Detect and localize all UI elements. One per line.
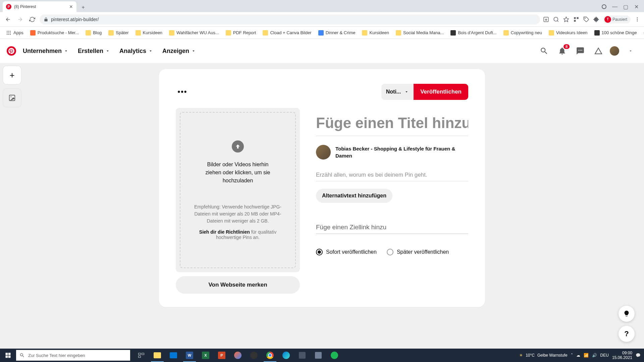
search-icon[interactable] bbox=[537, 44, 551, 58]
weather-widget[interactable]: ☀ 10°C Gelbe Warnstufe bbox=[519, 353, 567, 358]
more-options-button[interactable]: ••• bbox=[176, 85, 189, 99]
bookmark-item[interactable]: Kursideen bbox=[359, 29, 392, 37]
back-icon[interactable] bbox=[3, 15, 13, 24]
tips-button[interactable] bbox=[619, 306, 635, 322]
messages-icon[interactable] bbox=[574, 44, 587, 58]
bookmark-icon bbox=[450, 30, 456, 36]
pin-description-input[interactable] bbox=[316, 169, 468, 181]
destination-link-input[interactable] bbox=[316, 221, 468, 234]
nav-erstellen[interactable]: Erstellen bbox=[75, 44, 113, 58]
maximize-icon[interactable]: ▢ bbox=[623, 4, 628, 9]
bookmark-item[interactable]: Videokurs Ideen bbox=[546, 29, 590, 37]
powerpoint-icon[interactable]: P bbox=[214, 349, 229, 362]
star-icon[interactable] bbox=[563, 16, 570, 23]
shopping-icon[interactable] bbox=[583, 16, 590, 23]
menu-icon[interactable] bbox=[634, 16, 641, 23]
qr-icon[interactable] bbox=[573, 16, 580, 23]
volume-icon[interactable]: 🔊 bbox=[592, 353, 597, 358]
pinterest-logo[interactable] bbox=[7, 46, 16, 56]
mail-icon[interactable] bbox=[166, 349, 181, 362]
chevron-down-icon bbox=[105, 49, 110, 53]
author-avatar[interactable] bbox=[316, 145, 331, 160]
svg-rect-27 bbox=[6, 353, 8, 355]
bookmark-item[interactable]: Später bbox=[106, 29, 131, 37]
bookmark-overflow[interactable]: » bbox=[641, 29, 644, 37]
chevron-down-icon bbox=[404, 89, 409, 94]
explorer-icon[interactable] bbox=[150, 349, 165, 362]
obs-icon[interactable] bbox=[246, 349, 262, 362]
radio-publish-later[interactable]: Später veröffentlichen bbox=[387, 249, 449, 255]
save-from-web-button[interactable]: Von Webseite merken bbox=[176, 276, 300, 294]
start-button[interactable] bbox=[0, 349, 16, 362]
edge-icon[interactable] bbox=[278, 349, 294, 362]
bookmark-item[interactable]: Bois d'Argent Duft... bbox=[448, 29, 499, 37]
notification-badge: 8 bbox=[564, 44, 570, 49]
profile-status[interactable]: T Pausiert bbox=[603, 15, 631, 23]
task-view-icon[interactable] bbox=[133, 349, 149, 362]
account-chevron-icon[interactable] bbox=[624, 44, 637, 58]
minimize-icon[interactable]: — bbox=[612, 4, 617, 9]
app-icon[interactable] bbox=[294, 349, 310, 362]
bookmark-icon bbox=[263, 30, 268, 36]
close-window-icon[interactable]: ✕ bbox=[634, 4, 639, 9]
bookmark-item[interactable]: Blog bbox=[83, 29, 104, 37]
upload-arrow-icon bbox=[232, 140, 244, 153]
help-button[interactable]: ? bbox=[619, 326, 635, 342]
close-tab-icon[interactable]: ✕ bbox=[69, 4, 73, 9]
board-selector[interactable]: Noti... bbox=[381, 84, 414, 100]
nav-unternehmen[interactable]: Unternehmen bbox=[20, 44, 71, 58]
onedrive-icon[interactable]: ☁ bbox=[576, 353, 580, 358]
bookmark-item[interactable]: Produktsuche - Mer... bbox=[28, 29, 82, 37]
language-indicator[interactable]: DEU bbox=[600, 353, 609, 358]
bookmark-item[interactable]: Wahlfächer WU Aus... bbox=[166, 29, 222, 37]
chrome-icon[interactable] bbox=[262, 349, 278, 362]
tray-chevron-icon[interactable]: ˄ bbox=[571, 353, 573, 358]
wifi-icon[interactable]: 📶 bbox=[584, 353, 589, 358]
clock[interactable]: 09:00 15.06.2021 bbox=[612, 351, 632, 360]
browser-tab[interactable]: P (8) Pinterest ✕ bbox=[3, 1, 76, 12]
add-pin-button[interactable]: + bbox=[3, 66, 21, 84]
pin-thumbnail-button[interactable] bbox=[3, 88, 21, 107]
app-icon[interactable] bbox=[311, 349, 326, 362]
bookmark-apps[interactable]: Apps bbox=[3, 29, 26, 37]
bookmark-item[interactable]: Dinner & Crime bbox=[316, 29, 358, 37]
excel-icon[interactable]: X bbox=[198, 349, 213, 362]
publish-button[interactable]: Veröffentlichen bbox=[414, 84, 468, 100]
notifications-tray-icon[interactable]: 💬 bbox=[636, 353, 641, 358]
spotify-icon[interactable] bbox=[327, 349, 342, 362]
word-icon[interactable]: W bbox=[182, 349, 197, 362]
pin-title-input[interactable] bbox=[316, 113, 468, 136]
bookmark-item[interactable]: 100 schöne Dinge bbox=[592, 29, 640, 37]
bookmark-icon bbox=[549, 30, 554, 36]
app-icon[interactable] bbox=[230, 349, 246, 362]
publish-timing-radios: Sofort veröffentlichen Später veröffentl… bbox=[316, 249, 468, 255]
new-tab-button[interactable]: + bbox=[78, 3, 88, 12]
bookmark-item[interactable]: Social Media Mana... bbox=[393, 29, 446, 37]
radio-publish-now[interactable]: Sofort veröffentlichen bbox=[316, 249, 377, 255]
install-icon[interactable] bbox=[543, 16, 549, 23]
svg-point-15 bbox=[10, 32, 11, 33]
extensions-icon[interactable] bbox=[593, 16, 600, 23]
forward-icon[interactable] bbox=[15, 15, 25, 24]
svg-point-16 bbox=[7, 34, 8, 35]
dropzone-main-text: Bilder oder Videos hierhin ziehen oder k… bbox=[201, 161, 275, 185]
taskbar-search[interactable]: Zur Suche Text hier eingeben bbox=[16, 350, 130, 361]
bookmark-item[interactable]: Kursideen bbox=[133, 29, 165, 37]
bookmark-item[interactable]: Copywriting neu bbox=[501, 29, 545, 37]
nav-anzeigen[interactable]: Anzeigen bbox=[160, 44, 199, 58]
upload-dropzone[interactable]: Bilder oder Videos hierhin ziehen oder k… bbox=[176, 108, 300, 272]
bookmark-item[interactable]: PDF Report bbox=[223, 29, 259, 37]
lock-icon bbox=[44, 17, 48, 22]
bookmark-item[interactable]: Cload + Canva Bilder bbox=[260, 29, 314, 37]
zoom-icon[interactable] bbox=[553, 16, 559, 23]
svg-point-11 bbox=[8, 31, 9, 32]
chrome-account-icon[interactable] bbox=[602, 4, 606, 9]
nav-analytics[interactable]: Analytics bbox=[117, 44, 156, 58]
reload-icon[interactable] bbox=[28, 15, 37, 24]
notifications-icon[interactable]: 8 bbox=[555, 44, 569, 58]
url-input[interactable]: pinterest.at/pin-builder/ bbox=[40, 14, 540, 24]
add-alt-text-button[interactable]: Alternativtext hinzufügen bbox=[316, 189, 392, 203]
updates-icon[interactable] bbox=[592, 44, 605, 58]
bookmark-icon bbox=[362, 30, 367, 36]
user-avatar[interactable] bbox=[610, 46, 619, 56]
